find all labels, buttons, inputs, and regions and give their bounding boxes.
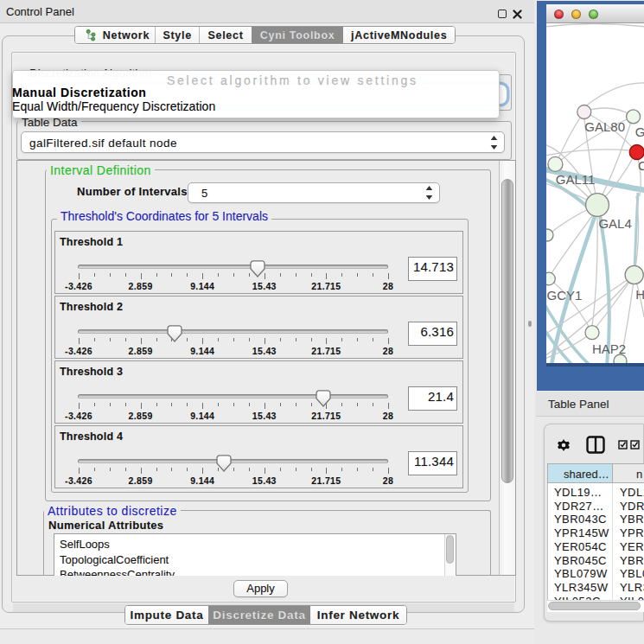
svg-text:GA: GA — [635, 124, 644, 139]
svg-text:GAL11: GAL11 — [556, 172, 596, 187]
svg-text:GAL4: GAL4 — [598, 216, 631, 231]
svg-text:GCY1: GCY1 — [547, 288, 583, 303]
svg-text:GAL80: GAL80 — [584, 119, 625, 134]
svg-text:HA: HA — [635, 287, 644, 302]
svg-text:C: C — [638, 158, 644, 173]
svg-text:HAP2: HAP2 — [592, 341, 626, 356]
